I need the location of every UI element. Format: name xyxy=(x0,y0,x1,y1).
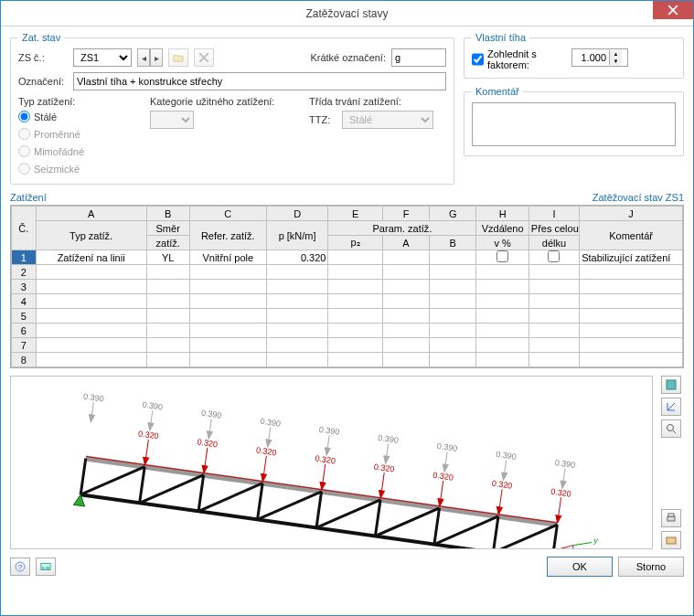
cell-b[interactable] xyxy=(430,294,476,309)
factor-down[interactable]: ▼ xyxy=(609,58,622,65)
cell-smer[interactable] xyxy=(146,338,189,353)
cell-pres[interactable] xyxy=(529,265,579,280)
cell-ref[interactable] xyxy=(189,353,266,367)
cell-b[interactable] xyxy=(430,338,476,353)
table-row[interactable]: 8 xyxy=(12,353,683,367)
cell-p2[interactable] xyxy=(328,338,382,353)
checkbox-vz[interactable] xyxy=(496,250,508,262)
table-row[interactable]: 7 xyxy=(12,338,683,353)
zs-next-button[interactable]: ▸ xyxy=(150,48,163,67)
tool-export-button[interactable] xyxy=(661,531,681,549)
cell-a[interactable] xyxy=(382,265,429,280)
tool-view-button[interactable] xyxy=(661,376,681,394)
cell-pres[interactable] xyxy=(529,309,579,324)
col-letter-E[interactable]: E xyxy=(328,207,382,221)
cell-ref[interactable] xyxy=(189,324,266,338)
cell-a[interactable] xyxy=(382,250,429,265)
cell-p[interactable] xyxy=(266,280,328,294)
cell-b[interactable] xyxy=(430,324,476,338)
cell-smer[interactable] xyxy=(146,280,189,294)
cell-vz[interactable] xyxy=(476,280,529,294)
cell-pres[interactable] xyxy=(529,250,579,265)
zohlednit-checkbox[interactable] xyxy=(472,48,484,70)
col-letter-H[interactable]: H xyxy=(476,207,529,221)
radio-seizmicke[interactable]: Seizmické xyxy=(18,163,128,175)
cell-typ[interactable] xyxy=(36,309,146,324)
cell-typ[interactable]: Zatížení na linii xyxy=(36,250,146,265)
cell-p2[interactable] xyxy=(328,353,382,367)
table-row[interactable]: 1Zatížení na liniiYLVnitřní pole0.320Sta… xyxy=(12,250,683,265)
cell-p[interactable] xyxy=(266,353,328,367)
cell-p2[interactable] xyxy=(328,324,382,338)
col-letter-G[interactable]: G xyxy=(430,207,476,221)
cell-p[interactable] xyxy=(266,294,328,309)
table-row[interactable]: 3 xyxy=(12,280,683,294)
ok-button[interactable]: OK xyxy=(547,557,613,577)
cell-typ[interactable] xyxy=(36,280,146,294)
zs-prev-button[interactable]: ◂ xyxy=(137,48,150,67)
row-number[interactable]: 7 xyxy=(12,338,37,353)
cell-kom[interactable] xyxy=(580,324,683,338)
cell-smer[interactable] xyxy=(146,309,189,324)
table-row[interactable]: 4 xyxy=(12,294,683,309)
col-rownum[interactable]: Č. xyxy=(12,207,37,250)
cell-pres[interactable] xyxy=(529,353,579,367)
cell-smer[interactable] xyxy=(146,324,189,338)
col-letter-C[interactable]: C xyxy=(189,207,266,221)
cell-p[interactable] xyxy=(266,265,328,280)
row-number[interactable]: 8 xyxy=(12,353,37,367)
cell-p2[interactable] xyxy=(328,294,382,309)
cell-pres[interactable] xyxy=(529,338,579,353)
col-letter-I[interactable]: I xyxy=(529,207,579,221)
close-button[interactable] xyxy=(653,1,693,19)
cell-vz[interactable] xyxy=(476,265,529,280)
cell-a[interactable] xyxy=(382,280,429,294)
row-number[interactable]: 3 xyxy=(12,280,37,294)
radio-stale[interactable]: Stálé xyxy=(18,111,128,122)
radio-stale-input[interactable] xyxy=(18,111,30,122)
preview-canvas[interactable]: y z x 0.3200.3200.3200.3200.3200.3200.32… xyxy=(10,376,653,549)
oznaceni-input[interactable] xyxy=(73,72,446,90)
cell-b[interactable] xyxy=(430,250,476,265)
zs-select[interactable]: ZS1 xyxy=(73,48,132,67)
tool-axes-button[interactable] xyxy=(661,398,681,416)
cell-b[interactable] xyxy=(430,265,476,280)
cell-typ[interactable] xyxy=(36,294,146,309)
cell-b[interactable] xyxy=(430,353,476,367)
cell-smer[interactable]: YL xyxy=(146,250,189,265)
cell-p2[interactable] xyxy=(328,280,382,294)
cell-a[interactable] xyxy=(382,294,429,309)
col-letter-B[interactable]: B xyxy=(146,207,189,221)
radio-promenne[interactable]: Proměnné xyxy=(18,128,128,140)
grid[interactable]: Č. A B C D E F G H I J Typ zatíž. Směr R… xyxy=(10,205,684,368)
factor-up[interactable]: ▲ xyxy=(609,50,622,58)
cell-smer[interactable] xyxy=(146,353,189,367)
row-number[interactable]: 4 xyxy=(12,294,37,309)
factor-input[interactable]: ▲ ▼ xyxy=(571,48,628,67)
row-number[interactable]: 2 xyxy=(12,265,37,280)
tool-zoom-button[interactable] xyxy=(661,420,681,438)
zohlednit-check[interactable]: Zohlednit s faktorem: xyxy=(472,48,561,70)
cell-a[interactable] xyxy=(382,309,429,324)
storno-button[interactable]: Storno xyxy=(618,557,684,577)
checkbox-pres[interactable] xyxy=(548,250,560,262)
factor-field[interactable] xyxy=(572,50,609,65)
cell-ref[interactable] xyxy=(189,309,266,324)
cell-p2[interactable] xyxy=(328,265,382,280)
cell-p2[interactable] xyxy=(328,309,382,324)
table-row[interactable]: 6 xyxy=(12,324,683,338)
table-row[interactable]: 2 xyxy=(12,265,683,280)
units-button[interactable]: 0.00 xyxy=(36,558,56,576)
cell-b[interactable] xyxy=(430,309,476,324)
cell-typ[interactable] xyxy=(36,338,146,353)
cell-kom[interactable] xyxy=(580,309,683,324)
cell-a[interactable] xyxy=(382,338,429,353)
cell-typ[interactable] xyxy=(36,324,146,338)
row-number[interactable]: 1 xyxy=(12,250,37,265)
cell-kom[interactable] xyxy=(580,265,683,280)
cell-kom[interactable] xyxy=(580,353,683,367)
cell-smer[interactable] xyxy=(146,265,189,280)
col-letter-D[interactable]: D xyxy=(266,207,328,221)
cell-ref[interactable] xyxy=(189,280,266,294)
cell-a[interactable] xyxy=(382,353,429,367)
